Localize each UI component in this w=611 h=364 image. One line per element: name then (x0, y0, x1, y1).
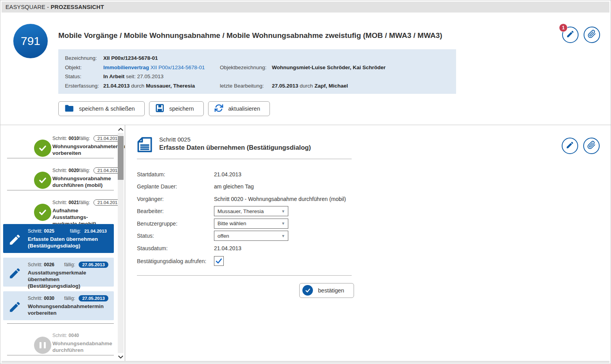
pen-icon (566, 141, 574, 151)
form-top-divider (137, 159, 352, 159)
attachments-button[interactable] (584, 27, 600, 43)
step-number: 0026 (44, 262, 54, 267)
sidebar-scrollbar[interactable] (117, 125, 124, 361)
notification-badge: 1 (559, 23, 568, 32)
view-name: PROZESSANSICHT (50, 4, 104, 10)
scroll-down-button[interactable] (117, 354, 124, 360)
step-title: Wohnungsvorabnahmetermin vorbereiten (52, 143, 104, 157)
pen-icon (566, 30, 575, 40)
check-circle-icon (34, 172, 51, 189)
field-label: Vorgänger: (137, 196, 214, 202)
field-label: Geplante Dauer: (137, 183, 214, 190)
step-title: Ausstattungsmerkmale übernehmen (Bestäti… (28, 270, 108, 290)
objektbezeichnung-label: Objektbezeichnung: (220, 65, 272, 70)
app-name: EASYSQUARE - (5, 4, 49, 10)
step-actions (562, 138, 600, 154)
process-number-badge: 791 (13, 24, 48, 58)
step-number: 0010 (68, 136, 79, 141)
field-value: am gleichen Tag (214, 183, 254, 190)
process-info-box: Bezeichnung: XII P00x/1234-5678-01 Objek… (58, 49, 456, 94)
chevron-down-icon: ▼ (281, 221, 285, 226)
step-number: 0020 (68, 168, 79, 173)
field-label: Stausdatum: (137, 245, 214, 251)
confirm-label: bestätigen (318, 287, 344, 294)
due-date: 27.05.2013 (79, 295, 108, 301)
edit-step-button[interactable] (562, 138, 578, 154)
field-dropdown[interactable]: offen ▼ (214, 231, 288, 241)
refresh-label: aktualisieren (228, 106, 260, 112)
due-label: fällig: (79, 200, 90, 205)
form-row: Bearbeiter: Mussauer, Theresia ▼ (137, 205, 610, 218)
due-label: fällig: (64, 262, 75, 267)
scroll-up-button[interactable] (117, 126, 124, 132)
step-detail-header: Schritt 0025 Erfasste Daten übernehmen (… (137, 125, 610, 151)
step-label: Schritt: (52, 200, 67, 205)
step-label: Schritt: (52, 333, 67, 338)
check-circle-icon (34, 140, 51, 157)
step-number-line: Schritt 0025 (159, 136, 610, 143)
save-button[interactable]: speichern (149, 101, 204, 116)
titlebar: EASYSQUARE - PROZESSANSICHT (2, 2, 609, 13)
step-number: 0030 (44, 296, 54, 301)
step-number: 0040 (68, 333, 79, 338)
confirm-button[interactable]: bestätigen (299, 283, 354, 298)
step-label: Schritt: (28, 296, 42, 301)
form-row: Status: offen ▼ (137, 230, 610, 242)
form-row: Bestätigungsdialog aufrufen: ▼ (137, 255, 610, 268)
due-label: fällig: (79, 136, 90, 141)
form-row: Benutzergruppe: Bitte wählen ▼ (137, 217, 610, 230)
field-dropdown[interactable]: Mussauer, Theresia ▼ (214, 206, 288, 216)
scrollbar-thumb[interactable] (118, 136, 124, 180)
check-circle-icon (302, 285, 313, 296)
field-value: Schritt 0020 - Wohnungsabnahme durchführ… (214, 196, 346, 202)
step-label: Schritt: (52, 136, 67, 141)
step-title: Erfasste Daten übernehmen (Bestätigungsd… (28, 236, 108, 249)
chevron-down-icon: ▼ (281, 234, 285, 238)
save-close-button[interactable]: speichern & schließen (58, 101, 145, 116)
field-value: 21.04.2013 (214, 245, 241, 251)
dropdown-value: Bitte wählen (217, 221, 246, 226)
step-item[interactable]: Schritt: 0010 fällig: 21.04.2013 Wohnung… (1, 126, 116, 158)
step-item[interactable]: Schritt: 0021 fällig: 21.04.2013 Aufnahm… (1, 190, 116, 222)
field-checkbox[interactable] (214, 256, 224, 266)
process-number: 791 (21, 34, 40, 48)
step-item[interactable]: Schritt: 0020 fällig: 21.04.2013 Wohnung… (1, 158, 116, 190)
field-value: 21.04.2013 (214, 171, 241, 178)
refresh-icon (214, 104, 223, 114)
form-bottom-divider (137, 275, 352, 276)
field-dropdown[interactable]: Bitte wählen ▼ (214, 219, 288, 229)
due-date: 27.05.2013 (79, 262, 108, 268)
window-bottom-frame (2, 361, 609, 363)
folder-icon (65, 104, 74, 114)
pen-icon (6, 265, 23, 282)
objekt-link[interactable]: Immobilienvertrag XII P00x/1234-5678-01 (103, 65, 220, 70)
status-value: In Arbeit seit: 27.05.2013 (103, 74, 452, 79)
letzte-bearbeitung-value: 27.05.2013 durch Zapf, Michael (272, 83, 452, 89)
field-label: Bearbeiter: (137, 208, 214, 214)
step-item[interactable]: Schritt: 0050 (1, 355, 116, 361)
step-item[interactable]: Schritt: 0030 fällig: 27.05.2013 Wohnung… (1, 291, 116, 323)
process-steps-sidebar: Schritt: 0010 fällig: 21.04.2013 Wohnung… (1, 125, 125, 361)
field-label: Startdatum: (137, 171, 214, 178)
step-attachments-button[interactable] (583, 138, 600, 154)
header-actions: 1 (562, 27, 600, 43)
refresh-button[interactable]: aktualisieren (208, 101, 270, 116)
step-item[interactable]: Schritt: 0026 fällig: 27.05.2013 Ausstat… (1, 258, 116, 290)
app-window: EASYSQUARE - PROZESSANSICHT 791 Mobile V… (0, 0, 611, 364)
check-circle-icon (34, 204, 51, 221)
ersterfassung-value: 21.04.2013 durch Mussauer, Theresia (103, 83, 220, 89)
step-list: Schritt: 0010 fällig: 21.04.2013 Wohnung… (1, 126, 116, 361)
paperclip-icon (588, 30, 596, 40)
field-label: Benutzergruppe: (137, 221, 214, 227)
document-icon (137, 136, 153, 154)
form-row: Startdatum: 21.04.2013 ▼ (137, 168, 610, 181)
bezeichnung-value: XII P00x/1234-5678-01 (103, 55, 452, 61)
step-label: Schritt: (28, 262, 42, 267)
edit-button[interactable]: 1 (562, 27, 579, 43)
chevron-down-icon: ▼ (281, 209, 285, 213)
save-close-label: speichern & schließen (79, 106, 135, 112)
objektbezeichnung-value: Wohnungsmiet-Luise Schröder, Kai Schröde… (272, 65, 452, 70)
step-item[interactable]: Schritt: 0040 Wohnungsendabnahme durchfü… (1, 323, 116, 355)
step-item[interactable]: Schritt: 0025 fällig: 21.04.2013 Erfasst… (1, 224, 116, 256)
floppy-disk-icon (155, 104, 164, 114)
